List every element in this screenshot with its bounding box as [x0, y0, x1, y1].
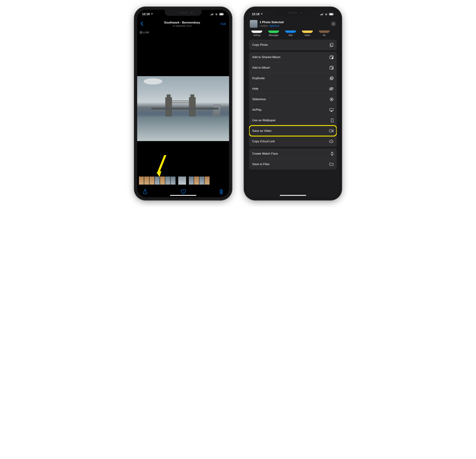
battery-icon: [329, 13, 334, 16]
thumb[interactable]: [194, 177, 199, 185]
home-indicator[interactable]: [280, 195, 306, 196]
notch: [274, 10, 311, 16]
app-messages[interactable]: Messages: [267, 31, 280, 36]
share-button[interactable]: [143, 189, 147, 195]
thumb[interactable]: [149, 177, 154, 185]
favorite-button[interactable]: [181, 189, 186, 195]
location-title: Southwark - Bermondsey: [144, 21, 221, 25]
svg-rect-1: [220, 14, 223, 15]
row-save-as-video[interactable]: Save as Video: [249, 126, 337, 136]
cloud-link-icon: [329, 140, 333, 143]
wifi-icon: [325, 13, 328, 16]
add-album-icon: [329, 66, 333, 70]
status-time: 12:18: [252, 12, 259, 16]
back-button[interactable]: [140, 21, 144, 27]
row-add-album[interactable]: Add to Album: [249, 62, 337, 73]
svg-rect-2: [223, 14, 224, 15]
duplicate-icon: [329, 76, 333, 80]
row-hide[interactable]: Hide: [249, 83, 337, 94]
svg-marker-4: [156, 171, 162, 177]
notch: [165, 10, 202, 16]
row-wallpaper[interactable]: Use as Wallpaper: [249, 115, 337, 126]
date-subtitle: 28 September 16:22: [144, 25, 221, 27]
svg-rect-6: [330, 14, 333, 15]
row-watch-face[interactable]: Create Watch Face: [249, 148, 337, 159]
location-icon: [151, 13, 153, 16]
folder-icon: [329, 163, 333, 166]
svg-rect-8: [331, 43, 333, 46]
live-icon: [140, 31, 143, 34]
share-thumbnail: [250, 20, 257, 28]
row-duplicate[interactable]: Duplicate: [249, 73, 337, 83]
row-save-to-files[interactable]: Save to Files: [249, 159, 337, 170]
app-notes[interactable]: Notes: [301, 31, 314, 36]
share-options-button[interactable]: Options: [269, 25, 280, 27]
signal-icon: [210, 13, 213, 15]
row-icloud-link[interactable]: Copy iCloud Link: [249, 136, 337, 147]
home-indicator[interactable]: [170, 195, 196, 196]
thumb-current[interactable]: [178, 177, 186, 185]
svg-rect-22: [331, 153, 333, 155]
svg-rect-7: [333, 14, 333, 15]
play-circle-icon: [329, 97, 333, 101]
row-airplay[interactable]: AirPlay: [249, 105, 337, 115]
phone-right: 12:18 1 Photo Selected London Options: [244, 7, 342, 200]
action-group-1: Copy Photo: [249, 40, 337, 50]
phone-icon: [329, 118, 333, 123]
svg-rect-21: [329, 130, 332, 132]
edit-button[interactable]: Edit: [221, 22, 226, 26]
thumb[interactable]: [170, 177, 176, 185]
live-badge[interactable]: LIVE: [140, 31, 149, 34]
trash-button[interactable]: [219, 189, 223, 195]
app-airdrop[interactable]: AirDrop: [250, 31, 264, 36]
thumbnail-strip[interactable]: [137, 177, 229, 185]
action-group-3: Create Watch Face Save to Files: [249, 148, 337, 170]
row-slideshow[interactable]: Slideshow: [249, 94, 337, 105]
shared-album-icon: [329, 55, 333, 59]
location-icon: [261, 13, 263, 16]
phone-left: 12:18 Southwark - Bermondsey: [134, 7, 232, 200]
screen-share-sheet: 12:18 1 Photo Selected London Options: [247, 10, 339, 197]
close-button[interactable]: [331, 21, 336, 26]
svg-rect-20: [331, 119, 333, 122]
copy-icon: [329, 43, 333, 47]
photo-header: Southwark - Bermondsey 28 September 16:2…: [137, 19, 229, 30]
live-indicator-row: LIVE: [137, 30, 229, 35]
video-icon: [329, 129, 333, 132]
svg-line-3: [158, 155, 165, 173]
app-mail[interactable]: Mail: [284, 31, 297, 36]
action-group-2: Add to Shared Album Add to Album Duplica…: [249, 52, 337, 147]
row-copy-photo[interactable]: Copy Photo: [249, 40, 337, 50]
thumb[interactable]: [144, 177, 149, 185]
thumb[interactable]: [205, 177, 210, 185]
signal-icon: [320, 13, 323, 15]
battery-icon: [219, 13, 224, 16]
action-list: Copy Photo Add to Shared Album Add to Al…: [247, 40, 339, 197]
photo-viewport[interactable]: [137, 35, 229, 177]
row-add-shared-album[interactable]: Add to Shared Album: [249, 52, 337, 62]
photo-title: Southwark - Bermondsey 28 September 16:2…: [144, 21, 221, 27]
share-location: London: [260, 25, 268, 27]
wifi-icon: [215, 13, 218, 16]
screen-photos: 12:18 Southwark - Bermondsey: [137, 10, 229, 197]
status-time: 12:18: [142, 12, 150, 16]
app-share-row[interactable]: AirDrop Messages Mail Notes Re: [247, 30, 339, 40]
annotation-arrow: [156, 155, 167, 178]
thumb[interactable]: [139, 177, 144, 185]
app-more[interactable]: Re: [318, 31, 331, 36]
svg-rect-14: [331, 77, 333, 79]
photo-content: [137, 76, 229, 141]
thumb[interactable]: [199, 177, 204, 185]
airplay-icon: [329, 108, 333, 112]
hide-icon: [329, 87, 333, 90]
live-label: LIVE: [143, 31, 149, 34]
share-title: 1 Photo Selected: [260, 21, 329, 24]
share-header: 1 Photo Selected London Options: [247, 19, 339, 30]
thumb[interactable]: [189, 177, 194, 185]
watch-icon: [329, 152, 333, 156]
